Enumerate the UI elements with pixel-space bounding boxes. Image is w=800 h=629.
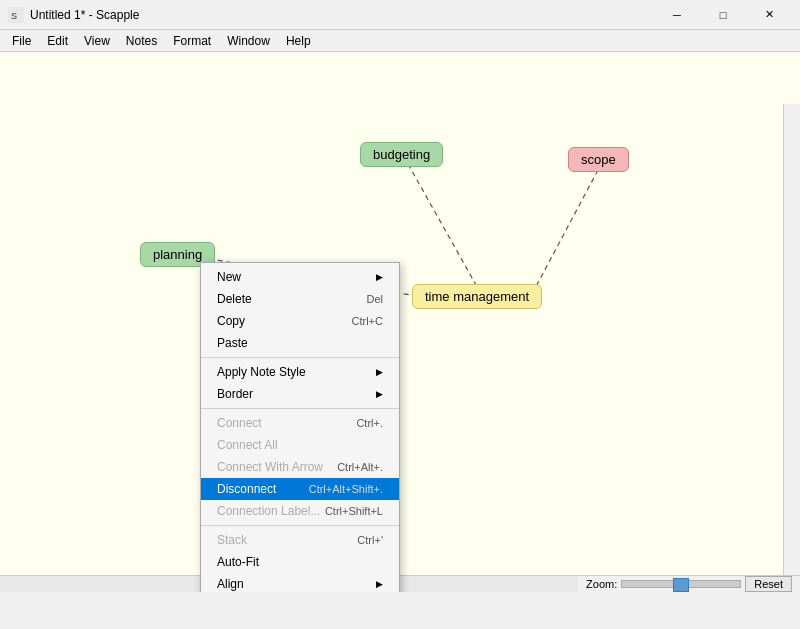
zoom-controls: Zoom: Reset bbox=[578, 576, 800, 592]
ctx-disconnect[interactable]: Disconnect Ctrl+Alt+Shift+. bbox=[201, 478, 399, 500]
reset-button[interactable]: Reset bbox=[745, 576, 792, 592]
ctx-apply-note-style-arrow: ▶ bbox=[376, 367, 383, 377]
menu-edit[interactable]: Edit bbox=[39, 30, 76, 52]
menu-bar: File Edit View Notes Format Window Help bbox=[0, 30, 800, 52]
ctx-delete[interactable]: Delete Del bbox=[201, 288, 399, 310]
title-bar: S Untitled 1* - Scapple ─ □ ✕ bbox=[0, 0, 800, 30]
ctx-border[interactable]: Border ▶ bbox=[201, 383, 399, 405]
ctx-apply-note-style[interactable]: Apply Note Style ▶ bbox=[201, 361, 399, 383]
ctx-align[interactable]: Align ▶ bbox=[201, 573, 399, 592]
window-controls: ─ □ ✕ bbox=[654, 0, 792, 30]
ctx-new[interactable]: New ▶ bbox=[201, 266, 399, 288]
menu-file[interactable]: File bbox=[4, 30, 39, 52]
ctx-connect: Connect Ctrl+. bbox=[201, 412, 399, 434]
ctx-align-arrow: ▶ bbox=[376, 579, 383, 589]
context-menu: New ▶ Delete Del Copy Ctrl+C Paste Apply… bbox=[200, 262, 400, 592]
ctx-paste[interactable]: Paste bbox=[201, 332, 399, 354]
ctx-connect-all: Connect All bbox=[201, 434, 399, 456]
close-button[interactable]: ✕ bbox=[746, 0, 792, 30]
note-budgeting[interactable]: budgeting bbox=[360, 142, 443, 167]
ctx-auto-fit[interactable]: Auto-Fit bbox=[201, 551, 399, 573]
svg-line-4 bbox=[532, 170, 598, 294]
menu-help[interactable]: Help bbox=[278, 30, 319, 52]
ctx-copy[interactable]: Copy Ctrl+C bbox=[201, 310, 399, 332]
ctx-border-arrow: ▶ bbox=[376, 389, 383, 399]
maximize-button[interactable]: □ bbox=[700, 0, 746, 30]
note-time-management[interactable]: time management bbox=[412, 284, 542, 309]
minimize-button[interactable]: ─ bbox=[654, 0, 700, 30]
ctx-sep-1 bbox=[201, 357, 399, 358]
ctx-stack: Stack Ctrl+' bbox=[201, 529, 399, 551]
connection-lines bbox=[0, 52, 800, 592]
ctx-connect-with-arrow: Connect With Arrow Ctrl+Alt+. bbox=[201, 456, 399, 478]
ctx-connection-label: Connection Label... Ctrl+Shift+L bbox=[201, 500, 399, 522]
ctx-new-arrow: ▶ bbox=[376, 272, 383, 282]
ctx-sep-3 bbox=[201, 525, 399, 526]
note-scope[interactable]: scope bbox=[568, 147, 629, 172]
svg-line-3 bbox=[408, 164, 480, 292]
menu-view[interactable]: View bbox=[76, 30, 118, 52]
ctx-sep-2 bbox=[201, 408, 399, 409]
zoom-label: Zoom: bbox=[586, 578, 617, 590]
zoom-slider[interactable] bbox=[621, 580, 741, 588]
menu-format[interactable]: Format bbox=[165, 30, 219, 52]
app-icon: S bbox=[8, 7, 24, 23]
canvas[interactable]: budgeting scope planning time management… bbox=[0, 52, 800, 592]
vertical-scrollbar[interactable] bbox=[783, 104, 800, 575]
zoom-thumb[interactable] bbox=[673, 578, 689, 592]
horizontal-scrollbar-area: Zoom: Reset bbox=[0, 575, 800, 592]
window-title: Untitled 1* - Scapple bbox=[30, 8, 654, 22]
menu-notes[interactable]: Notes bbox=[118, 30, 165, 52]
svg-text:S: S bbox=[11, 11, 17, 21]
menu-window[interactable]: Window bbox=[219, 30, 278, 52]
